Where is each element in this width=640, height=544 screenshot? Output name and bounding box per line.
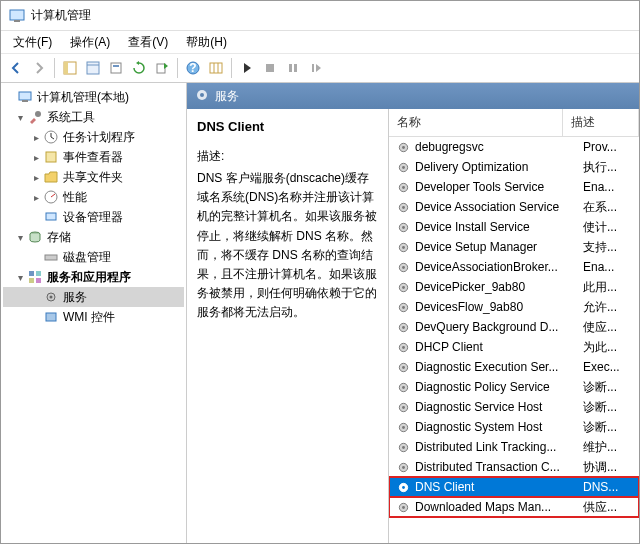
service-row[interactable]: Distributed Link Tracking...维护... bbox=[389, 437, 639, 457]
service-name: Delivery Optimization bbox=[415, 160, 583, 174]
tree-root[interactable]: 计算机管理(本地) bbox=[3, 87, 184, 107]
caret-right-icon[interactable]: ▸ bbox=[29, 132, 43, 143]
menu-help[interactable]: 帮助(H) bbox=[178, 32, 235, 53]
service-row[interactable]: DHCP Client为此... bbox=[389, 337, 639, 357]
menu-file[interactable]: 文件(F) bbox=[5, 32, 60, 53]
service-name: Diagnostic Service Host bbox=[415, 400, 583, 414]
svg-point-49 bbox=[402, 266, 405, 269]
gear-icon bbox=[395, 319, 411, 335]
export-list-button[interactable] bbox=[151, 57, 173, 79]
service-row[interactable]: Device Install Service使计... bbox=[389, 217, 639, 237]
pause-button[interactable] bbox=[282, 57, 304, 79]
tree-task-scheduler[interactable]: ▸ 任务计划程序 bbox=[3, 127, 184, 147]
play-button[interactable] bbox=[236, 57, 258, 79]
service-row[interactable]: Diagnostic Execution Ser...Exec... bbox=[389, 357, 639, 377]
nav-back-button[interactable] bbox=[5, 57, 27, 79]
tree-services[interactable]: 服务 bbox=[3, 287, 184, 307]
service-desc: 为此... bbox=[583, 339, 639, 356]
caret-down-icon[interactable]: ▾ bbox=[13, 112, 27, 123]
stop-button[interactable] bbox=[259, 57, 281, 79]
svg-rect-17 bbox=[312, 64, 314, 72]
column-description[interactable]: 描述 bbox=[563, 109, 639, 136]
service-row[interactable]: DNS ClientDNS... bbox=[389, 477, 639, 497]
service-row[interactable]: Diagnostic System Host诊断... bbox=[389, 417, 639, 437]
service-row[interactable]: Downloaded Maps Man...供应... bbox=[389, 497, 639, 517]
svg-point-37 bbox=[402, 146, 405, 149]
description-pane: DNS Client 描述: DNS 客户端服务(dnscache)缓存域名系统… bbox=[187, 109, 389, 543]
tree-storage[interactable]: ▾ 存储 bbox=[3, 227, 184, 247]
service-row[interactable]: DevicePicker_9ab80此用... bbox=[389, 277, 639, 297]
service-row[interactable]: Delivery Optimization执行... bbox=[389, 157, 639, 177]
toolbar: ? bbox=[1, 53, 639, 83]
svg-rect-22 bbox=[46, 152, 56, 162]
center-header-title: 服务 bbox=[215, 88, 239, 105]
gear-icon bbox=[395, 279, 411, 295]
tree-services-apps[interactable]: ▾ 服务和应用程序 bbox=[3, 267, 184, 287]
service-row[interactable]: DevicesFlow_9ab80允许... bbox=[389, 297, 639, 317]
tree-pane: 计算机管理(本地) ▾ 系统工具 ▸ 任务计划程序 ▸ 事件查看器 ▸ 共享文件… bbox=[1, 83, 187, 543]
svg-point-43 bbox=[402, 206, 405, 209]
columns-button[interactable] bbox=[205, 57, 227, 79]
restart-button[interactable] bbox=[305, 57, 327, 79]
caret-right-icon[interactable]: ▸ bbox=[29, 152, 43, 163]
svg-point-67 bbox=[402, 446, 405, 449]
service-row[interactable]: Diagnostic Service Host诊断... bbox=[389, 397, 639, 417]
service-row[interactable]: DeviceAssociationBroker...Ena... bbox=[389, 257, 639, 277]
service-desc: Ena... bbox=[583, 180, 639, 194]
tree-performance[interactable]: ▸ 性能 bbox=[3, 187, 184, 207]
tree-wmi[interactable]: WMI 控件 bbox=[3, 307, 184, 327]
svg-point-59 bbox=[402, 366, 405, 369]
help-button[interactable]: ? bbox=[182, 57, 204, 79]
service-row[interactable]: debugregsvcProv... bbox=[389, 137, 639, 157]
menu-action[interactable]: 操作(A) bbox=[62, 32, 118, 53]
tree-system-tools[interactable]: ▾ 系统工具 bbox=[3, 107, 184, 127]
service-desc: 诊断... bbox=[583, 419, 639, 436]
caret-down-icon[interactable]: ▾ bbox=[13, 232, 27, 243]
tree-label: 存储 bbox=[47, 229, 71, 246]
service-row[interactable]: DevQuery Background D...使应... bbox=[389, 317, 639, 337]
column-name[interactable]: 名称 bbox=[389, 109, 563, 136]
tree-disk-management[interactable]: 磁盘管理 bbox=[3, 247, 184, 267]
gear-icon bbox=[395, 379, 411, 395]
export-button[interactable] bbox=[105, 57, 127, 79]
tree-label: 事件查看器 bbox=[63, 149, 123, 166]
service-name: Developer Tools Service bbox=[415, 180, 583, 194]
refresh-button[interactable] bbox=[128, 57, 150, 79]
service-name: Device Setup Manager bbox=[415, 240, 583, 254]
center-header: 服务 bbox=[187, 83, 639, 109]
service-row[interactable]: Device Association Service在系... bbox=[389, 197, 639, 217]
clock-icon bbox=[43, 129, 59, 145]
gear-icon bbox=[395, 479, 411, 495]
service-row[interactable]: Developer Tools ServiceEna... bbox=[389, 177, 639, 197]
service-desc: 使应... bbox=[583, 319, 639, 336]
properties-button[interactable] bbox=[82, 57, 104, 79]
tree-device-manager[interactable]: 设备管理器 bbox=[3, 207, 184, 227]
tree-label: 系统工具 bbox=[47, 109, 95, 126]
tree-label: WMI 控件 bbox=[63, 309, 115, 326]
svg-rect-30 bbox=[36, 278, 41, 283]
gear-icon bbox=[395, 159, 411, 175]
selected-service-title: DNS Client bbox=[197, 119, 378, 134]
services-list[interactable]: 名称 描述 debugregsvcProv...Delivery Optimiz… bbox=[389, 109, 639, 543]
service-row[interactable]: Device Setup Manager支持... bbox=[389, 237, 639, 257]
service-row[interactable]: Distributed Transaction C...协调... bbox=[389, 457, 639, 477]
tree-event-viewer[interactable]: ▸ 事件查看器 bbox=[3, 147, 184, 167]
svg-rect-1 bbox=[14, 20, 20, 22]
svg-point-73 bbox=[402, 506, 405, 509]
nav-forward-button[interactable] bbox=[28, 57, 50, 79]
gear-icon bbox=[395, 299, 411, 315]
event-icon bbox=[43, 149, 59, 165]
caret-down-icon[interactable]: ▾ bbox=[13, 272, 27, 283]
caret-right-icon[interactable]: ▸ bbox=[29, 192, 43, 203]
tree-shared-folders[interactable]: ▸ 共享文件夹 bbox=[3, 167, 184, 187]
service-row[interactable]: Diagnostic Policy Service诊断... bbox=[389, 377, 639, 397]
show-hide-tree-button[interactable] bbox=[59, 57, 81, 79]
caret-right-icon[interactable]: ▸ bbox=[29, 172, 43, 183]
gear-icon bbox=[395, 419, 411, 435]
tree-label: 服务 bbox=[63, 289, 87, 306]
svg-rect-18 bbox=[19, 92, 31, 100]
apps-icon bbox=[27, 269, 43, 285]
service-name: Diagnostic Execution Ser... bbox=[415, 360, 583, 374]
window-title: 计算机管理 bbox=[31, 7, 91, 24]
menu-view[interactable]: 查看(V) bbox=[120, 32, 176, 53]
